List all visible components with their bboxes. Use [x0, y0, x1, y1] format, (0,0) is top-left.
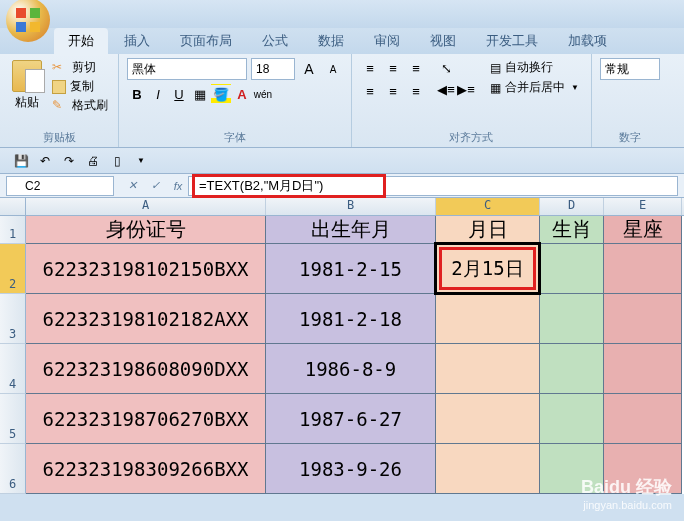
tab-页面布局[interactable]: 页面布局	[166, 28, 246, 54]
number-format-select[interactable]	[600, 58, 660, 80]
row-header-1[interactable]: 1	[0, 216, 26, 244]
col-header-E[interactable]: E	[604, 198, 682, 215]
tab-数据[interactable]: 数据	[304, 28, 358, 54]
cell-C1[interactable]: 月日	[436, 216, 540, 244]
cell-C5[interactable]	[436, 394, 540, 444]
fx-icon[interactable]: fx	[168, 177, 188, 195]
titlebar	[0, 0, 684, 28]
align-top-icon[interactable]: ≡	[360, 58, 380, 78]
cell-C3[interactable]	[436, 294, 540, 344]
select-all-corner[interactable]	[0, 198, 26, 215]
cell-B4[interactable]: 1986-8-9	[266, 344, 436, 394]
cell-A6[interactable]: 622323198309266BXX	[26, 444, 266, 494]
cell-B5[interactable]: 1987-6-27	[266, 394, 436, 444]
cell-B2[interactable]: 1981-2-15	[266, 244, 436, 294]
col-header-D[interactable]: D	[540, 198, 604, 215]
tab-公式[interactable]: 公式	[248, 28, 302, 54]
row-header-2[interactable]: 2	[0, 244, 26, 294]
cell-C4[interactable]	[436, 344, 540, 394]
font-group: A A B I U ▦ 🪣 A wén 字体	[119, 54, 352, 147]
cell-C6[interactable]	[436, 444, 540, 494]
number-group: 数字	[592, 54, 668, 147]
font-family-select[interactable]	[127, 58, 247, 80]
font-size-select[interactable]	[251, 58, 295, 80]
merge-center-button[interactable]: ▦合并后居中▼	[486, 78, 583, 97]
bold-button[interactable]: B	[127, 84, 147, 104]
cell-E4[interactable]	[604, 344, 682, 394]
col-header-C[interactable]: C	[436, 198, 540, 215]
fill-color-button[interactable]: 🪣	[211, 84, 231, 104]
undo-icon[interactable]: ↶	[34, 151, 56, 171]
name-box[interactable]: C2	[6, 176, 114, 196]
font-color-button[interactable]: A	[232, 84, 252, 104]
decrease-indent-icon[interactable]: ◀≡	[436, 79, 456, 99]
cell-B1[interactable]: 出生年月	[266, 216, 436, 244]
align-right-icon[interactable]: ≡	[406, 81, 426, 101]
phonetic-button[interactable]: wén	[253, 84, 273, 104]
copy-button[interactable]: 复制	[50, 77, 110, 96]
print-preview-icon[interactable]: 🖨	[82, 151, 104, 171]
cell-A3[interactable]: 622323198102182AXX	[26, 294, 266, 344]
tab-视图[interactable]: 视图	[416, 28, 470, 54]
cell-E2[interactable]	[604, 244, 682, 294]
col-header-A[interactable]: A	[26, 198, 266, 215]
increase-indent-icon[interactable]: ▶≡	[456, 79, 476, 99]
cell-D5[interactable]	[540, 394, 604, 444]
cell-A5[interactable]: 622323198706270BXX	[26, 394, 266, 444]
formula-input[interactable]: =TEXT(B2,"M月D日")	[188, 176, 678, 196]
italic-button[interactable]: I	[148, 84, 168, 104]
align-bottom-icon[interactable]: ≡	[406, 58, 426, 78]
increase-font-icon[interactable]: A	[299, 59, 319, 79]
cell-D2[interactable]	[540, 244, 604, 294]
table-row: 3 622323198102182AXX 1981-2-18	[0, 294, 684, 344]
office-button[interactable]	[6, 0, 50, 42]
cell-E1[interactable]: 星座	[604, 216, 682, 244]
cell-D1[interactable]: 生肖	[540, 216, 604, 244]
format-painter-button[interactable]: ✎格式刷	[50, 96, 110, 115]
redo-icon[interactable]: ↷	[58, 151, 80, 171]
underline-button[interactable]: U	[169, 84, 189, 104]
wrap-text-button[interactable]: ▤自动换行	[486, 58, 583, 77]
watermark: Baidu 经验 jingyan.baidu.com	[581, 475, 672, 511]
cell-A4[interactable]: 622323198608090DXX	[26, 344, 266, 394]
row-header-5[interactable]: 5	[0, 394, 26, 444]
new-icon[interactable]: ▯	[106, 151, 128, 171]
cell-A1[interactable]: 身份证号	[26, 216, 266, 244]
orientation-icon[interactable]: ⤡	[436, 58, 456, 78]
align-center-icon[interactable]: ≡	[383, 81, 403, 101]
tab-审阅[interactable]: 审阅	[360, 28, 414, 54]
align-middle-icon[interactable]: ≡	[383, 58, 403, 78]
paste-button[interactable]: 粘贴	[8, 58, 46, 115]
cell-B6[interactable]: 1983-9-26	[266, 444, 436, 494]
cell-D4[interactable]	[540, 344, 604, 394]
paste-label: 粘贴	[15, 94, 39, 111]
cancel-icon[interactable]: ✕	[122, 177, 142, 195]
cell-B3[interactable]: 1981-2-18	[266, 294, 436, 344]
tab-开始[interactable]: 开始	[54, 28, 108, 54]
border-button[interactable]: ▦	[190, 84, 210, 104]
cell-E5[interactable]	[604, 394, 682, 444]
row-header-3[interactable]: 3	[0, 294, 26, 344]
enter-icon[interactable]: ✓	[145, 177, 165, 195]
row-header-4[interactable]: 4	[0, 344, 26, 394]
tab-开发工具[interactable]: 开发工具	[472, 28, 552, 54]
cell-C2[interactable]: 2月15日	[436, 244, 540, 294]
ribbon: 粘贴 ✂剪切 复制 ✎格式刷 剪贴板 A A B I U ▦ 🪣	[0, 54, 684, 148]
qat-dropdown-icon[interactable]: ▼	[130, 151, 152, 171]
save-icon[interactable]: 💾	[10, 151, 32, 171]
table-row: 4 622323198608090DXX 1986-8-9	[0, 344, 684, 394]
clipboard-group-label: 剪贴板	[8, 130, 110, 145]
column-headers: A B C D E	[0, 198, 684, 216]
col-header-B[interactable]: B	[266, 198, 436, 215]
cell-D3[interactable]	[540, 294, 604, 344]
row-header-6[interactable]: 6	[0, 444, 26, 494]
tab-加载项[interactable]: 加载项	[554, 28, 621, 54]
worksheet-grid[interactable]: A B C D E 1 身份证号 出生年月 月日 生肖 星座 2 6223231…	[0, 198, 684, 494]
cell-E3[interactable]	[604, 294, 682, 344]
cell-A2[interactable]: 622323198102150BXX	[26, 244, 266, 294]
paste-icon	[12, 60, 42, 92]
cut-button[interactable]: ✂剪切	[50, 58, 110, 77]
tab-插入[interactable]: 插入	[110, 28, 164, 54]
align-left-icon[interactable]: ≡	[360, 81, 380, 101]
decrease-font-icon[interactable]: A	[323, 59, 343, 79]
